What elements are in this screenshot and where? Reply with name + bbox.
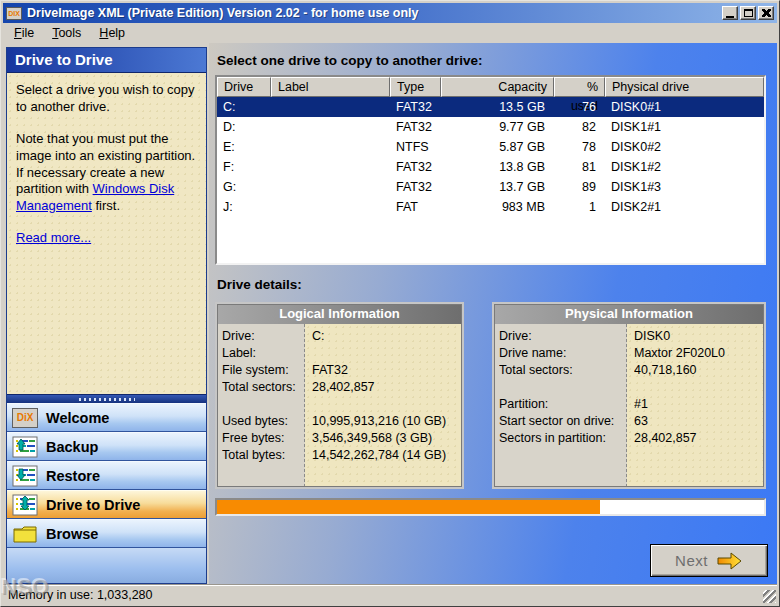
drive-table: Drive Label Type Capacity % used Physica… <box>215 75 766 265</box>
drive-table-body: C:FAT3213.5 GB76DISK0#1 D:FAT329.77 GB82… <box>217 97 764 263</box>
dix-badge-icon: DiX <box>12 407 38 429</box>
table-row-g[interactable]: G:FAT3213.7 GB89DISK1#3 <box>217 177 764 197</box>
sidebar-item-restore[interactable]: Restore <box>7 461 206 490</box>
table-row-e[interactable]: E:NTFS5.87 GB78DISK0#2 <box>217 137 764 157</box>
sidebar-description: Select a drive you wish to copy to anoth… <box>7 73 206 394</box>
resize-grip[interactable] <box>763 590 776 603</box>
logical-values: C: FAT32 28,402,857 10,995,913,216 (10 G… <box>305 324 462 487</box>
doc-arrow-down-icon <box>12 465 38 487</box>
logical-labels: Drive: Label: File system: Total sectors… <box>217 324 305 487</box>
sidebar: Drive to Drive Select a drive you wish t… <box>3 43 209 584</box>
sidebar-item-backup[interactable]: Backup <box>7 432 206 461</box>
status-bar: Memory in use: 1,033,280 <box>3 584 777 604</box>
doc-arrow-up-icon <box>12 436 38 458</box>
maximize-icon <box>744 9 753 17</box>
doc-arrow-updown-icon <box>12 494 38 516</box>
sidebar-paragraph-1: Select a drive you wish to copy to anoth… <box>16 82 197 115</box>
minimize-icon <box>726 16 734 18</box>
splitter-dots-icon <box>79 398 135 401</box>
window-title: DriveImage XML (Private Edition) Version… <box>27 6 722 20</box>
col-drive[interactable]: Drive <box>217 77 271 97</box>
drive-table-header: Drive Label Type Capacity % used Physica… <box>217 77 764 97</box>
col-used[interactable]: % used <box>554 77 605 97</box>
col-physical[interactable]: Physical drive <box>605 77 764 97</box>
close-button[interactable] <box>758 6 774 20</box>
drive-details-heading: Drive details: <box>217 277 777 292</box>
folder-icon <box>12 523 38 545</box>
title-bar: DIX DriveImage XML (Private Edition) Ver… <box>3 3 777 23</box>
table-row-f[interactable]: F:FAT3213.8 GB81DISK1#2 <box>217 157 764 177</box>
physical-values: DISK0 Maxtor 2F020L0 40,718,160 #1 63 28… <box>627 324 764 487</box>
sidebar-title: Drive to Drive <box>7 48 206 73</box>
table-row-c[interactable]: C:FAT3213.5 GB76DISK0#1 <box>217 97 764 117</box>
arrow-right-icon <box>717 551 743 571</box>
logical-information-panel: Logical Information Drive: Label: File s… <box>215 302 464 489</box>
logical-information-title: Logical Information <box>217 304 462 324</box>
progress-bar <box>215 498 766 516</box>
menu-file[interactable]: File <box>5 24 43 42</box>
select-drive-heading: Select one drive to copy to another driv… <box>217 53 777 68</box>
col-type[interactable]: Type <box>390 77 441 97</box>
sidebar-item-welcome[interactable]: DiX Welcome <box>7 403 206 432</box>
physical-information-panel: Physical Information Drive: Drive name: … <box>492 302 766 489</box>
menu-help[interactable]: Help <box>90 24 134 42</box>
sidebar-item-drive-to-drive[interactable]: Drive to Drive <box>7 490 206 519</box>
progress-fill <box>217 500 600 514</box>
watermark: NSO <box>1 574 49 600</box>
sidebar-paragraph-2: Note that you must put the image into an… <box>16 131 197 214</box>
app-window: DIX DriveImage XML (Private Edition) Ver… <box>0 0 780 607</box>
close-icon <box>762 9 771 17</box>
table-row-d[interactable]: D:FAT329.77 GB82DISK1#1 <box>217 117 764 137</box>
physical-labels: Drive: Drive name: Total sectors: Partit… <box>494 324 627 487</box>
next-button-label: Next <box>675 552 708 569</box>
table-row-j[interactable]: J:FAT983 MB1DISK2#1 <box>217 197 764 217</box>
sidebar-item-browse[interactable]: Browse <box>7 519 206 548</box>
read-more-link[interactable]: Read more... <box>16 230 91 245</box>
col-label[interactable]: Label <box>271 77 390 97</box>
menu-bar: File Tools Help <box>3 23 777 43</box>
menu-tools[interactable]: Tools <box>43 24 90 42</box>
app-icon: DIX <box>6 7 22 20</box>
main-panel: Select one drive to copy to another driv… <box>209 43 777 584</box>
next-button[interactable]: Next <box>650 544 768 577</box>
physical-information-title: Physical Information <box>494 304 764 324</box>
minimize-button[interactable] <box>722 6 738 20</box>
col-capacity[interactable]: Capacity <box>441 77 554 97</box>
maximize-button[interactable] <box>740 6 756 20</box>
sidebar-splitter[interactable] <box>7 394 206 403</box>
